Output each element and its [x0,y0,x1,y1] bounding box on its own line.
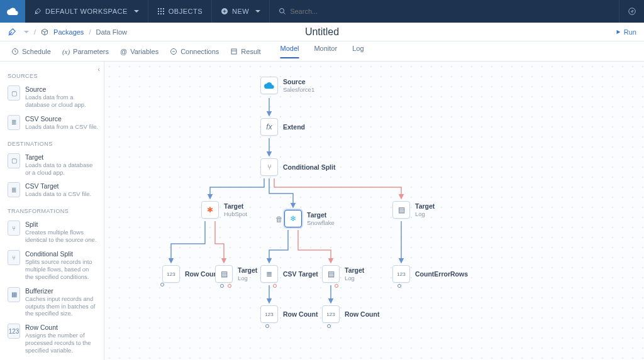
csv-target-icon: ≣ [8,182,20,197]
svg-rect-8 [163,13,164,14]
objects-label: OBJECTS [169,8,203,15]
node-target-log-center[interactable]: ▤ TargetLog [322,265,364,283]
svg-rect-0 [158,8,159,9]
connections-icon [170,48,177,55]
flow-canvas[interactable]: SourceSalesforce1 fx Extend ⑂ Conditiona… [104,62,644,360]
csv-source-icon: ≣ [8,115,20,130]
center-tab-model[interactable]: Model [280,45,299,58]
breadcrumb-row: / Packages / Data Flow Untitled Run [0,23,644,41]
port[interactable] [160,283,164,286]
palette-section-destinations: DESTINATIONS [8,141,104,147]
breadcrumb: / Packages / Data Flow [8,28,127,36]
center-tab-monitor[interactable]: Monitor [314,45,337,58]
svg-rect-1 [160,8,162,9]
palette-csv-target[interactable]: ≣CSV TargetLoads data to a CSV file. [6,180,104,202]
node-extend[interactable]: fx Extend [260,118,305,136]
bufferizer-icon: ▦ [8,287,20,302]
port[interactable] [327,324,331,328]
app-logo[interactable] [0,0,25,23]
fx-icon: (x) [62,48,70,55]
tab-schedule[interactable]: Schedule [11,48,51,55]
flow-icon [8,28,16,36]
row-count-node-icon: 123 [322,305,340,323]
csv-target-node-icon: ≣ [260,265,278,283]
salesforce-icon [260,77,278,94]
target-icon: ▢ [8,153,20,168]
row-count-node-icon: 123 [162,265,180,283]
log-icon: ▤ [322,265,340,283]
page-title: Untitled [305,26,339,38]
palette-target[interactable]: ▢TargetLoads data to a database or a clo… [6,151,104,180]
port-error[interactable] [335,284,338,288]
palette-split[interactable]: ⑂SplitCreates multiple flows identical t… [6,218,104,248]
palette-section-sources: SOURCES [8,73,104,79]
node-row-count-left[interactable]: 123 Row Count [162,265,219,283]
port-error[interactable] [273,284,277,288]
conditional-split-node-icon: ⑂ [260,158,278,176]
delete-node-button[interactable]: 🗑 [275,215,283,224]
log-icon: ▤ [215,265,233,283]
palette-conditional-split[interactable]: ⑂Conditional SplitSplits source records … [6,248,104,285]
tabs-row: Schedule (x)Parameters @Variables Connec… [0,41,644,62]
hubspot-icon: ✱ [201,201,219,219]
row-count-icon: 123 [8,324,20,339]
node-conditional-split[interactable]: ⑂ Conditional Split [260,158,335,176]
tab-result[interactable]: Result [230,48,260,55]
port[interactable] [397,284,401,288]
breadcrumb-packages[interactable]: Packages [53,28,84,36]
row-count-node-icon: 123 [260,305,278,323]
port[interactable] [220,284,224,288]
port-error[interactable] [228,284,231,288]
palette-source[interactable]: ▢SourceLoads data from a database or clo… [6,83,104,112]
search-icon [279,8,286,15]
palette-csv-source[interactable]: ≣CSV SourceLoads data from a CSV file. [6,112,104,134]
node-target-hubspot[interactable]: ✱ TargetHubSpot [201,201,247,219]
node-target-log-left[interactable]: ▤ TargetLog [215,265,257,283]
workspace-label: DEFAULT WORKSPACE [45,8,128,15]
clock-icon [11,48,19,55]
source-icon: ▢ [8,85,20,101]
tab-connections[interactable]: Connections [170,48,219,55]
log-icon: ▤ [392,201,410,219]
node-source[interactable]: SourceSalesforce1 [260,77,314,94]
result-icon [230,48,238,55]
center-tab-log[interactable]: Log [352,45,364,58]
node-target-log-right[interactable]: ▤ TargetLog [392,201,435,219]
row-count-node-icon: 123 [392,265,410,283]
compass-icon[interactable] [619,0,644,23]
conditional-split-icon: ⑂ [8,250,20,265]
new-label: NEW [232,8,249,15]
package-icon [41,28,48,36]
svg-rect-14 [231,49,236,54]
breadcrumb-menu[interactable] [21,28,29,36]
extend-node-icon: fx [260,118,278,136]
node-target-snowflake[interactable]: ❄ TargetSnowflake [284,210,335,227]
palette-row-count[interactable]: 123Row CountAssigns the number of proces… [6,321,104,358]
node-row-count-center-2[interactable]: 123 Row Count [322,305,379,323]
top-nav: DEFAULT WORKSPACE OBJECTS NEW [0,0,644,23]
svg-rect-4 [160,11,162,12]
port[interactable] [265,324,269,328]
collapse-sidebar-button[interactable]: ‹ [97,65,100,73]
node-row-count-center-1[interactable]: 123 Row Count [260,305,318,323]
breadcrumb-current: Data Flow [96,28,127,36]
palette-section-transformations: TRANSFORMATIONS [8,208,104,214]
global-search[interactable] [270,8,619,15]
node-csv-target[interactable]: ≣ CSV Target [260,265,318,283]
svg-rect-7 [160,13,162,14]
play-icon [615,29,621,35]
workspace-menu[interactable]: DEFAULT WORKSPACE [25,0,148,23]
node-count-error-rows[interactable]: 123 CountErrorRows [392,265,468,283]
objects-menu[interactable]: OBJECTS [148,0,212,23]
new-menu[interactable]: NEW [212,0,270,23]
tab-parameters[interactable]: (x)Parameters [62,48,109,55]
svg-rect-2 [163,8,164,9]
run-button[interactable]: Run [615,28,636,36]
svg-point-11 [628,8,635,15]
component-palette: ‹ SOURCES ▢SourceLoads data from a datab… [0,62,104,360]
search-input[interactable] [290,8,377,15]
svg-rect-3 [158,11,159,12]
palette-bufferizer[interactable]: ▦BufferizerCaches input records and outp… [6,285,104,322]
tab-variables[interactable]: @Variables [120,48,158,55]
svg-rect-6 [158,13,159,14]
